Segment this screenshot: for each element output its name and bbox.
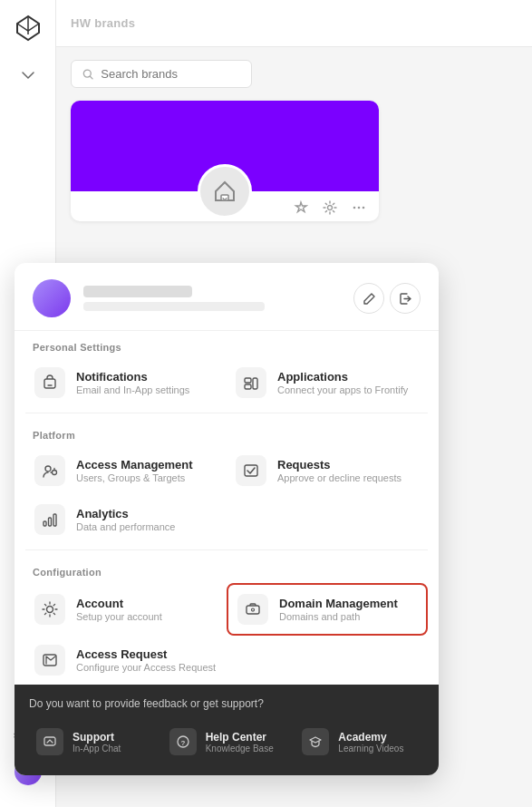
notifications-title: Notifications — [76, 370, 189, 384]
requests-text: Requests Approve or decline requests — [277, 458, 401, 483]
svg-point-22 — [47, 607, 53, 613]
logout-button[interactable] — [390, 283, 421, 314]
account-desc: Setup your account — [76, 611, 162, 622]
panel-footer: Do you want to provide feedback or get s… — [15, 685, 439, 775]
access-management-icon — [34, 455, 65, 486]
applications-text: Applications Connect your apps to Fronti… — [277, 370, 408, 395]
svg-rect-20 — [49, 518, 52, 526]
svg-rect-15 — [253, 378, 257, 389]
access-request-desc: Configure your Access Request — [76, 662, 216, 673]
user-info-row — [15, 263, 439, 331]
brand-area — [56, 47, 532, 221]
sep-2 — [25, 549, 428, 550]
analytics-text: Analytics Data and performance — [76, 507, 175, 532]
academy-icon — [302, 728, 329, 755]
svg-point-24 — [252, 608, 255, 611]
user-info — [83, 286, 341, 311]
configuration-header: Configuration — [15, 556, 439, 583]
requests-menu-item[interactable]: Requests Approve or decline requests — [227, 446, 428, 495]
domain-management-menu-item[interactable]: Domain Management Domains and path — [227, 583, 428, 636]
settings-button[interactable] — [319, 197, 341, 221]
svg-point-8 — [328, 206, 333, 210]
brand-banner — [71, 101, 379, 191]
platform-grid: Access Management Users, Groups & Target… — [15, 446, 439, 544]
favorite-button[interactable] — [290, 197, 312, 221]
user-name — [83, 286, 192, 297]
svg-point-11 — [363, 207, 365, 209]
search-bar[interactable] — [71, 60, 252, 88]
requests-icon — [236, 455, 266, 486]
notifications-icon — [34, 367, 65, 398]
search-input[interactable] — [101, 67, 240, 81]
account-icon — [34, 594, 65, 625]
support-text: Support In-App Chat — [73, 731, 121, 754]
svg-rect-26 — [44, 737, 55, 745]
domain-management-text: Domain Management Domains and path — [279, 597, 398, 622]
analytics-icon — [34, 504, 65, 535]
personal-settings-header: Personal Settings — [15, 331, 439, 358]
user-dropdown-panel: Personal Settings Notifications Email an… — [15, 263, 439, 775]
avatar — [33, 279, 71, 317]
access-request-icon — [34, 645, 65, 676]
support-desc: In-App Chat — [73, 744, 121, 754]
domain-management-icon — [237, 594, 268, 625]
support-footer-item[interactable]: Support In-App Chat — [29, 721, 159, 763]
svg-rect-14 — [245, 384, 251, 389]
notifications-menu-item[interactable]: Notifications Email and In-App settings — [25, 358, 227, 407]
expand-icon[interactable] — [20, 67, 36, 87]
applications-desc: Connect your apps to Frontify — [277, 384, 408, 395]
access-request-title: Access Request — [76, 647, 216, 661]
svg-rect-13 — [245, 378, 251, 383]
brand-card — [71, 101, 379, 221]
edit-profile-button[interactable] — [353, 283, 384, 314]
account-title: Account — [76, 597, 162, 610]
requests-desc: Approve or decline requests — [277, 472, 401, 483]
sep-1 — [25, 413, 428, 413]
svg-text:?: ? — [180, 739, 185, 747]
requests-title: Requests — [277, 458, 401, 472]
domain-management-desc: Domains and path — [279, 611, 398, 622]
access-management-menu-item[interactable]: Access Management Users, Groups & Target… — [25, 446, 227, 495]
academy-footer-item[interactable]: Academy Learning Videos — [295, 721, 424, 763]
footer-question: Do you want to provide feedback or get s… — [29, 697, 424, 710]
academy-desc: Learning Videos — [338, 744, 403, 754]
more-options-button[interactable] — [348, 197, 370, 221]
access-request-text: Access Request Configure your Access Req… — [76, 647, 216, 673]
svg-point-10 — [358, 207, 361, 209]
svg-rect-23 — [247, 606, 259, 614]
configuration-grid: Account Setup your account Domain Manage… — [15, 583, 439, 685]
account-menu-item[interactable]: Account Setup your account — [25, 583, 227, 636]
access-request-menu-item[interactable]: Access Request Configure your Access Req… — [25, 636, 227, 685]
svg-rect-21 — [53, 514, 56, 526]
platform-header: Platform — [15, 419, 439, 446]
user-email — [83, 302, 265, 311]
svg-point-16 — [45, 466, 51, 472]
support-icon — [36, 728, 63, 755]
help-center-footer-item[interactable]: ? Help Center Knowledge Base — [162, 721, 292, 763]
analytics-title: Analytics — [76, 507, 175, 520]
help-center-text: Help Center Knowledge Base — [206, 731, 274, 754]
app-logo-icon[interactable] — [12, 13, 44, 45]
notifications-text: Notifications Email and In-App settings — [76, 370, 189, 395]
domain-management-title: Domain Management — [279, 597, 398, 610]
svg-rect-18 — [245, 465, 257, 476]
svg-point-17 — [53, 471, 57, 475]
svg-rect-19 — [44, 521, 46, 526]
help-center-title: Help Center — [206, 731, 274, 744]
topbar-title: HW brands — [71, 16, 135, 30]
analytics-menu-item[interactable]: Analytics Data and performance — [25, 495, 227, 544]
account-text: Account Setup your account — [76, 597, 162, 622]
footer-grid: Support In-App Chat ? Help Center Knowle… — [29, 721, 424, 763]
svg-point-9 — [353, 207, 356, 209]
help-center-desc: Knowledge Base — [206, 744, 274, 754]
analytics-desc: Data and performance — [76, 521, 175, 532]
access-management-title: Access Management — [76, 458, 193, 472]
access-management-desc: Users, Groups & Targets — [76, 472, 193, 483]
help-center-icon: ? — [169, 728, 197, 755]
user-actions — [353, 283, 421, 314]
brand-avatar — [198, 164, 252, 219]
applications-icon — [236, 367, 266, 398]
topbar: HW brands — [56, 0, 532, 47]
access-management-text: Access Management Users, Groups & Target… — [76, 458, 193, 483]
applications-menu-item[interactable]: Applications Connect your apps to Fronti… — [227, 358, 428, 407]
